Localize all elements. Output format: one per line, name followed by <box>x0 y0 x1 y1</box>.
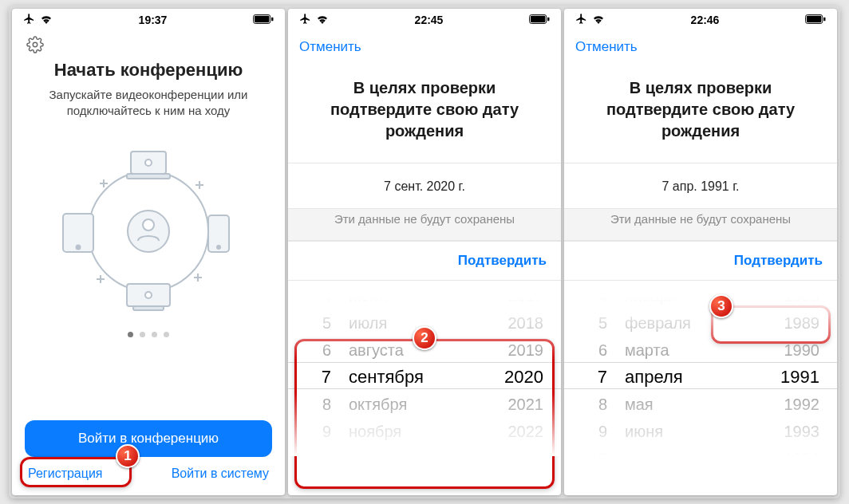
verify-title: В целях проверки подтвердите свою дату р… <box>288 63 561 163</box>
date-picker[interactable]: 4 5 6 7 8 9 июня июля августа сентября <box>288 297 561 456</box>
svg-point-16 <box>145 292 152 298</box>
wifi-icon <box>592 14 605 26</box>
svg-rect-21 <box>807 16 821 22</box>
svg-rect-22 <box>823 18 825 22</box>
svg-point-3 <box>33 42 38 47</box>
cancel-button[interactable]: Отменить <box>299 39 361 55</box>
svg-rect-19 <box>547 18 549 22</box>
picker-day-column[interactable]: 4 5 6 7 8 9 <box>288 297 344 442</box>
selected-date-display: 7 сент. 2020 г. <box>288 163 561 208</box>
status-bar: 22:46 <box>564 9 837 31</box>
svg-rect-15 <box>133 306 164 310</box>
status-bar: 22:45 <box>288 9 561 31</box>
login-link[interactable]: Войти в систему <box>172 467 269 481</box>
screen-verify-chosen: 22:46 Отменить В целях проверки подтверд… <box>564 9 837 495</box>
screenshot-triptych: 19:37 Начать конференцию Запускайте виде… <box>9 6 840 498</box>
register-link[interactable]: Регистрация <box>28 467 103 481</box>
screen-verify-initial: 22:45 Отменить В целях проверки подтверд… <box>288 9 561 495</box>
battery-icon <box>529 14 550 26</box>
battery-icon <box>253 14 274 26</box>
status-time: 19:37 <box>139 14 168 26</box>
status-bar: 19:37 <box>12 9 285 31</box>
picker-day-column[interactable]: 4 5 6 7 8 9 10 <box>564 297 620 442</box>
status-time: 22:45 <box>415 14 444 26</box>
step-marker-2: 2 <box>413 326 436 350</box>
confirm-button[interactable]: Подтвердить <box>458 253 547 269</box>
page-indicator <box>12 332 285 337</box>
picker-year-column[interactable]: 2017 2018 2019 2020 2021 2022 <box>481 297 561 442</box>
airplane-mode-icon <box>575 13 587 27</box>
svg-rect-18 <box>531 16 545 22</box>
welcome-subtitle: Запускайте видеоконференции или подключа… <box>12 81 285 126</box>
picker-year-column[interactable]: 1988 1989 1990 1991 1992 1993 1994 <box>757 297 837 442</box>
selected-date-display: 7 апр. 1991 г. <box>564 163 837 208</box>
privacy-note: Эти данные не будут сохранены <box>288 208 561 241</box>
wifi-icon <box>316 14 329 26</box>
status-time: 22:46 <box>691 14 720 26</box>
svg-rect-1 <box>255 16 269 22</box>
screen-welcome: 19:37 Начать конференцию Запускайте виде… <box>12 9 285 495</box>
svg-point-9 <box>145 159 152 166</box>
svg-point-6 <box>143 219 154 230</box>
svg-point-13 <box>217 246 220 249</box>
verify-title: В целях проверки подтвердите свою дату р… <box>564 63 837 163</box>
airplane-mode-icon <box>299 13 311 27</box>
wifi-icon <box>40 14 53 26</box>
picker-month-column[interactable]: января февраля марта апреля мая июня июл… <box>620 297 757 442</box>
join-conference-button[interactable]: Войти в конференцию <box>25 420 272 457</box>
step-marker-3: 3 <box>709 294 733 318</box>
picker-month-column[interactable]: июня июля августа сентября октября ноябр… <box>344 297 481 442</box>
date-picker[interactable]: 4 5 6 7 8 9 10 января февраля марта <box>564 297 837 456</box>
conference-illustration <box>12 126 285 329</box>
confirm-button[interactable]: Подтвердить <box>734 253 823 269</box>
battery-icon <box>805 14 826 26</box>
airplane-mode-icon <box>23 13 35 27</box>
svg-rect-2 <box>271 18 273 22</box>
step-marker-1: 1 <box>116 444 140 468</box>
cancel-button[interactable]: Отменить <box>575 39 638 55</box>
svg-rect-8 <box>127 174 170 179</box>
privacy-note: Эти данные не будут сохранены <box>564 208 837 241</box>
welcome-title: Начать конференцию <box>12 60 285 81</box>
svg-point-11 <box>77 245 81 249</box>
settings-gear-icon[interactable] <box>26 36 270 53</box>
